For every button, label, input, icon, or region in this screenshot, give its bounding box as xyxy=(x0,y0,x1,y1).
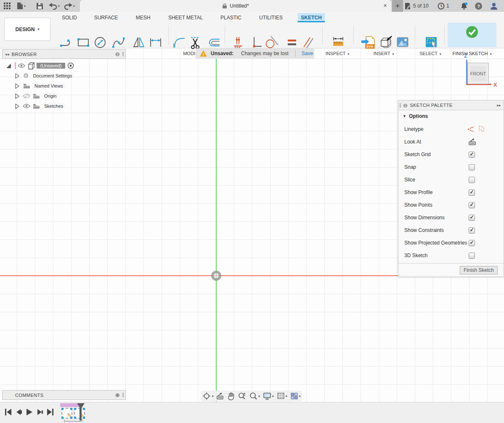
y-axis-line[interactable] xyxy=(216,48,217,402)
collapse-browser-icon[interactable]: ◂◂ xyxy=(5,52,9,56)
circle-tool-icon[interactable] xyxy=(93,35,108,50)
browser-root-row[interactable]: (Unsaved) xyxy=(6,61,74,70)
group-inspect[interactable]: INSPECT ▾ xyxy=(326,51,350,56)
grid-settings-icon[interactable]: ▾ xyxy=(277,392,287,400)
origin-point[interactable] xyxy=(211,271,221,281)
show-points-checkbox[interactable] xyxy=(469,202,475,208)
fix-constraint-icon[interactable] xyxy=(231,35,246,50)
save-link[interactable]: Save xyxy=(302,51,313,56)
timeline-marker-stem[interactable] xyxy=(80,403,82,420)
viewports-icon[interactable]: ▾ xyxy=(290,392,301,400)
offset-tool-icon[interactable] xyxy=(206,35,221,50)
tab-solid[interactable]: SOLID xyxy=(58,13,80,22)
workspace-selector[interactable]: DESIGN ▾ xyxy=(4,18,50,41)
slice-checkbox[interactable] xyxy=(469,177,475,183)
palette-drag-handle[interactable] xyxy=(400,103,401,108)
parallel-constraint-icon[interactable] xyxy=(300,35,316,50)
select-tool-icon[interactable] xyxy=(424,35,438,49)
snap-checkbox[interactable] xyxy=(469,164,475,170)
tab-mesh[interactable]: MESH xyxy=(133,13,154,22)
finish-sketch-button[interactable] xyxy=(448,23,496,47)
browser-minimize-icon[interactable]: ⊖ xyxy=(115,51,120,57)
show-constraints-checkbox[interactable] xyxy=(469,227,475,234)
group-finish-sketch[interactable]: FINISH SKETCH ▾ xyxy=(453,51,492,56)
timeline-skip-start-button[interactable] xyxy=(4,408,12,416)
palette-minimize-icon[interactable]: ⊖ xyxy=(403,102,408,109)
redo-caret-icon[interactable]: ▾ xyxy=(73,4,75,8)
file-menu-icon[interactable]: ▾ xyxy=(17,2,26,10)
browser-item-sketches[interactable]: Sketches xyxy=(15,101,66,111)
trim-tool-icon[interactable] xyxy=(188,35,203,50)
app-grid-icon[interactable] xyxy=(3,2,11,10)
comments-resize-handle[interactable] xyxy=(122,393,124,397)
browser-item-named-views[interactable]: Named Views xyxy=(15,81,66,90)
document-tab[interactable]: Untitled* × xyxy=(80,0,391,12)
dimension-tool-icon[interactable] xyxy=(148,35,163,50)
show-projected-geometries-checkbox[interactable] xyxy=(469,240,475,246)
orbit-icon[interactable]: ▾ xyxy=(202,392,213,400)
job-status[interactable]: 5 of 10 xyxy=(405,0,429,12)
tab-sketch[interactable]: SKETCH xyxy=(297,13,325,22)
notifications-button[interactable] xyxy=(460,0,468,12)
pan-hand-icon[interactable] xyxy=(227,392,235,400)
3d-sketch-checkbox[interactable] xyxy=(469,253,475,259)
visibility-off-eye-icon[interactable] xyxy=(23,93,30,99)
file-menu-caret-icon[interactable]: ▾ xyxy=(24,4,26,8)
collapsed-arrow-icon[interactable] xyxy=(15,83,19,89)
sketch-palette-header[interactable]: ⊖ SKETCH PALETTE ▸▸ xyxy=(398,101,504,110)
tab-plastic[interactable]: PLASTIC xyxy=(217,13,245,22)
item-label[interactable]: Named Views xyxy=(32,83,66,89)
user-avatar[interactable] xyxy=(489,0,499,12)
projected-linetype-icon[interactable] xyxy=(477,125,485,133)
look-at-icon[interactable] xyxy=(216,392,224,400)
options-section-toggle[interactable]: ▼ Options xyxy=(403,113,428,119)
zoom-window-icon[interactable]: ▾ xyxy=(249,392,260,400)
close-tab-icon[interactable]: × xyxy=(383,2,387,9)
item-label[interactable]: Origin xyxy=(42,93,59,99)
horizontal-vertical-constraint-icon[interactable] xyxy=(248,35,263,50)
palette-expand-icon[interactable]: ▸▸ xyxy=(497,103,501,107)
insert-svg-icon[interactable]: SVG xyxy=(360,35,376,50)
finish-sketch-palette-button[interactable]: Finish Sketch xyxy=(460,266,498,274)
viewcube-front-face[interactable]: FRONT xyxy=(467,63,489,84)
show-profile-checkbox[interactable] xyxy=(469,189,475,196)
equal-constraint-icon[interactable] xyxy=(284,35,300,50)
redo-icon[interactable]: ▾ xyxy=(64,2,75,10)
collapsed-arrow-icon[interactable] xyxy=(15,104,19,109)
tangent-constraint-icon[interactable] xyxy=(264,35,279,50)
mirror-tool-icon[interactable] xyxy=(131,35,146,50)
timeline-play-button[interactable] xyxy=(25,408,33,416)
timeline-step-forward-button[interactable] xyxy=(36,408,44,416)
timeline-step-back-button[interactable] xyxy=(15,408,23,416)
activate-radio-icon[interactable] xyxy=(67,62,74,69)
browser-resize-handle[interactable] xyxy=(122,52,124,56)
help-button[interactable]: ? xyxy=(475,0,483,12)
construction-linetype-icon[interactable] xyxy=(467,125,475,133)
sketch-grid-checkbox[interactable] xyxy=(469,152,475,158)
browser-item-origin[interactable]: Origin xyxy=(15,91,59,101)
tab-sheet-metal[interactable]: SHEET METAL xyxy=(165,13,206,22)
group-insert[interactable]: INSERT ▾ xyxy=(373,51,394,56)
visibility-eye-icon[interactable] xyxy=(18,63,25,68)
browser-item-document-settings[interactable]: ⚙ Document Settings xyxy=(15,71,74,80)
time-tracker[interactable]: 1 xyxy=(438,0,449,12)
save-icon[interactable] xyxy=(36,2,43,10)
add-comment-icon[interactable]: ⊕ xyxy=(115,392,120,398)
browser-header[interactable]: ◂◂ BROWSER ⊖ xyxy=(2,49,126,59)
expand-arrow-icon[interactable] xyxy=(6,63,11,69)
tab-utilities[interactable]: UTILITIES xyxy=(256,13,286,22)
collapsed-arrow-icon[interactable] xyxy=(15,73,19,79)
collapsed-arrow-icon[interactable] xyxy=(15,93,19,99)
line-tool-icon[interactable] xyxy=(59,35,74,50)
item-label[interactable]: Document Settings xyxy=(30,73,74,79)
spline-tool-icon[interactable] xyxy=(111,35,126,50)
show-dimensions-checkbox[interactable] xyxy=(469,215,475,221)
timeline-sketch-feature-1[interactable]: ✎ xyxy=(61,408,72,419)
visibility-eye-icon[interactable] xyxy=(23,104,30,109)
root-document-label[interactable]: (Unsaved) xyxy=(37,63,65,69)
undo-caret-icon[interactable]: ▾ xyxy=(58,4,60,8)
look-at-icon[interactable] xyxy=(468,138,477,146)
tab-surface[interactable]: SURFACE xyxy=(91,13,122,22)
zoom-icon[interactable] xyxy=(238,392,246,400)
measure-tool-icon[interactable] xyxy=(331,35,346,50)
